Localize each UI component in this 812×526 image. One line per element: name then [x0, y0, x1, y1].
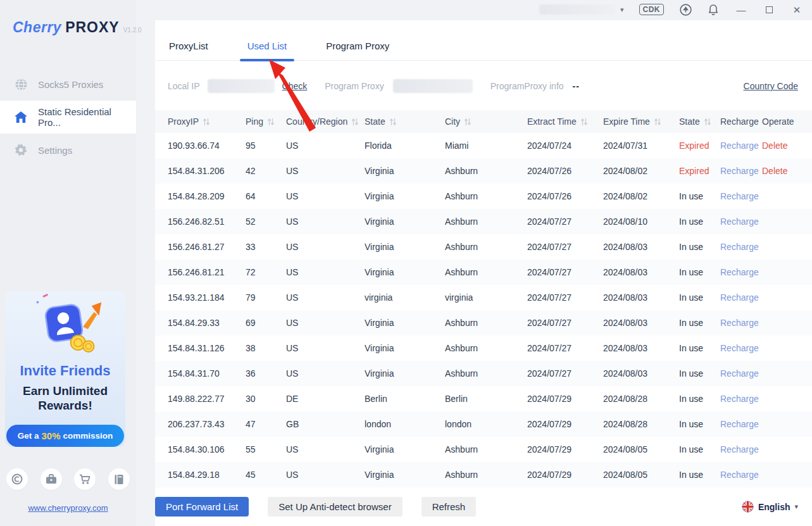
- coin-icon[interactable]: [6, 468, 28, 490]
- cell-expire: 2024/08/05: [603, 444, 679, 454]
- recharge-link[interactable]: Recharge: [720, 368, 759, 379]
- info-bar: Local IP Check Program Proxy ProgramProx…: [155, 72, 812, 100]
- upload-circle-icon[interactable]: [679, 3, 692, 16]
- cell-state: Virginia: [365, 267, 445, 277]
- cell-extract: 2024/07/27: [527, 242, 603, 252]
- sidebar-item-settings[interactable]: Settings: [0, 134, 136, 166]
- cell-ip: 156.246.81.27: [168, 242, 246, 252]
- column-header-country-region[interactable]: Country/Region: [286, 116, 365, 127]
- tab-proxylist[interactable]: ProxyList: [164, 41, 213, 60]
- cell-ip: 206.237.73.43: [168, 419, 246, 429]
- tab-used-list[interactable]: Used List: [242, 41, 292, 60]
- cell-city: Ashburn: [445, 444, 527, 454]
- briefcase-icon[interactable]: [41, 468, 62, 490]
- maximize-button[interactable]: [763, 3, 775, 16]
- column-header-state[interactable]: State: [679, 116, 720, 127]
- website-link[interactable]: www.cherryproxy.com: [28, 503, 108, 513]
- sidebar-menu: Socks5 Proxies Static Residential Pro...…: [0, 68, 136, 166]
- cell-city: Ashburn: [445, 191, 527, 201]
- cell-extract: 2024/07/27: [527, 343, 603, 353]
- cell-expire: 2024/08/02: [603, 166, 679, 176]
- programproxy-info-value: --: [573, 81, 580, 91]
- cell-ip: 154.84.31.206: [168, 166, 246, 176]
- sidebar-item-static-residential-proxies[interactable]: Static Residential Pro...: [0, 101, 136, 134]
- close-button[interactable]: ✕: [790, 3, 803, 16]
- table-row: 154.84.31.20642USVirginiaAshburn2024/07/…: [155, 158, 812, 184]
- column-header-ping[interactable]: Ping: [246, 116, 286, 127]
- column-header-proxyip[interactable]: ProxyIP: [168, 116, 246, 127]
- minimize-button[interactable]: —: [735, 3, 747, 16]
- cell-state: Virginia: [365, 166, 445, 176]
- commission-button[interactable]: Get a 30% commission: [6, 425, 125, 447]
- recharge-link[interactable]: Recharge: [720, 292, 759, 303]
- cell-expire: 2024/08/03: [603, 343, 679, 353]
- commission-percent: 30%: [41, 430, 60, 441]
- delete-link[interactable]: Delete: [762, 166, 787, 176]
- column-header-city[interactable]: City: [445, 116, 527, 127]
- invite-friends-illustration: [18, 291, 113, 359]
- port-forward-list-button[interactable]: Port Forward List: [155, 497, 249, 517]
- recharge-link[interactable]: Recharge: [720, 318, 759, 328]
- cell-recharge: Recharge: [720, 343, 762, 353]
- delete-link[interactable]: Delete: [762, 141, 787, 151]
- cell-ping: 64: [246, 191, 286, 201]
- recharge-link[interactable]: Recharge: [720, 444, 759, 454]
- column-header-expire-time[interactable]: Expire Time: [603, 116, 679, 127]
- cell-status: In use: [679, 242, 720, 252]
- cell-country: US: [286, 343, 365, 353]
- cdk-button[interactable]: CDK: [639, 4, 665, 15]
- recharge-link[interactable]: Recharge: [720, 191, 759, 201]
- cell-expire: 2024/08/03: [603, 242, 679, 252]
- book-icon[interactable]: [108, 468, 130, 490]
- account-dropdown[interactable]: ▾: [539, 4, 624, 15]
- cell-status: In use: [679, 394, 720, 404]
- cell-recharge: Recharge: [720, 368, 762, 379]
- cell-ping: 33: [246, 242, 286, 252]
- cell-ip: 156.246.81.21: [168, 267, 246, 277]
- cell-city: london: [445, 419, 527, 429]
- cell-status: In use: [679, 343, 720, 353]
- recharge-link[interactable]: Recharge: [720, 419, 759, 429]
- cell-ip: 154.84.29.33: [168, 318, 246, 328]
- sidebar-item-socks5-proxies[interactable]: Socks5 Proxies: [0, 68, 136, 101]
- sidebar: Cherry PROXY V1.2.0 Socks5 Proxies Stati…: [0, 0, 136, 526]
- cell-ping: 52: [246, 216, 286, 227]
- bell-icon[interactable]: [707, 3, 720, 16]
- column-header-extract-time[interactable]: Extract Time: [527, 116, 603, 127]
- app-window: ▾ CDK — ✕ Cherry PROXY V1.2.0 Socks5 Pro…: [0, 0, 812, 526]
- country-code-link[interactable]: Country Code: [744, 81, 798, 91]
- recharge-link[interactable]: Recharge: [720, 216, 759, 227]
- setup-anti-detect-browser-button[interactable]: Set Up Anti-detect browser: [268, 497, 402, 517]
- language-selector[interactable]: English ▾: [742, 501, 798, 513]
- recharge-link[interactable]: Recharge: [720, 470, 759, 480]
- cell-ip: 156.246.82.51: [168, 216, 246, 227]
- cell-status: In use: [679, 318, 720, 328]
- cell-ip: 154.84.31.70: [168, 368, 246, 379]
- cell-city: Ashburn: [445, 343, 527, 353]
- cell-status: In use: [679, 216, 720, 227]
- recharge-link[interactable]: Recharge: [720, 242, 759, 252]
- check-link[interactable]: Check: [282, 81, 308, 91]
- cell-status: In use: [679, 470, 720, 480]
- cell-extract: 2024/07/29: [527, 394, 603, 404]
- recharge-link[interactable]: Recharge: [720, 141, 759, 151]
- column-header-state[interactable]: State: [365, 116, 445, 127]
- recharge-link[interactable]: Recharge: [720, 394, 759, 404]
- recharge-link[interactable]: Recharge: [720, 267, 759, 277]
- recharge-link[interactable]: Recharge: [720, 343, 759, 353]
- cell-state: Virginia: [365, 191, 445, 201]
- cell-extract: 2024/07/24: [527, 141, 603, 151]
- tab-program-proxy[interactable]: Program Proxy: [321, 41, 394, 60]
- cell-state: Virginia: [365, 216, 445, 227]
- cart-icon[interactable]: [74, 468, 96, 490]
- cell-country: DE: [286, 394, 365, 404]
- cell-operate: Delete: [762, 141, 812, 151]
- cell-ping: 38: [246, 343, 286, 353]
- invite-friends-card: Invite Friends Earn Unlimited Rewards! G…: [5, 291, 125, 447]
- cell-status: In use: [679, 191, 720, 201]
- cell-expire: 2024/08/10: [603, 216, 679, 227]
- cell-expire: 2024/08/28: [603, 394, 679, 404]
- cell-recharge: Recharge: [720, 267, 762, 277]
- refresh-button[interactable]: Refresh: [422, 497, 477, 517]
- recharge-link[interactable]: Recharge: [720, 166, 759, 176]
